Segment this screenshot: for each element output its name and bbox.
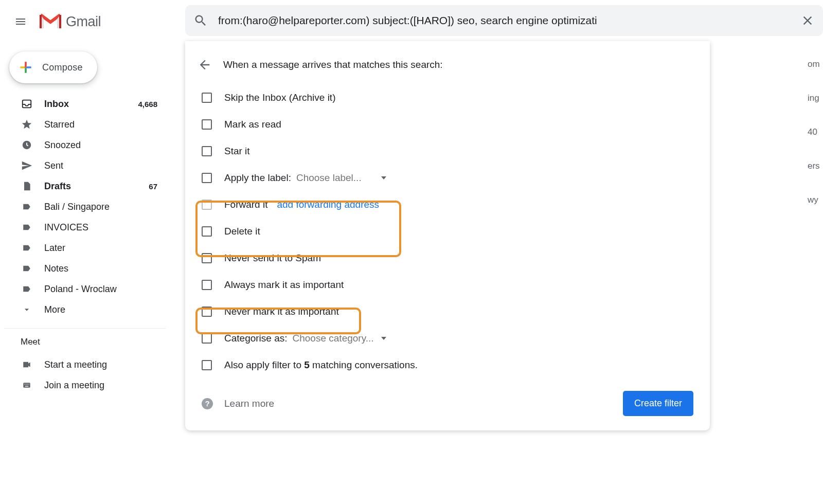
checkbox[interactable]	[202, 307, 212, 317]
svg-rect-3	[24, 384, 25, 384]
caret-down-icon	[381, 176, 386, 179]
meet-start-label: Start a meeting	[44, 359, 157, 370]
filter-option-never-important[interactable]: Never mark it as important	[198, 298, 697, 325]
sidebar-item-sent[interactable]: Sent	[4, 155, 166, 176]
dropdown-placeholder: Choose label...	[296, 172, 362, 184]
checkbox[interactable]	[202, 280, 212, 290]
hamburger-menu[interactable]	[8, 9, 33, 34]
compose-label: Compose	[42, 62, 83, 73]
sidebar-item-starred[interactable]: Starred	[4, 114, 166, 135]
sidebar-label: Snoozed	[44, 140, 157, 151]
svg-rect-6	[28, 384, 29, 384]
gmail-m-icon	[39, 13, 62, 30]
option-label: Categorise as:	[224, 333, 288, 344]
sidebar-item-label-later[interactable]: Later	[4, 238, 166, 258]
filter-option-apply-label[interactable]: Apply the label: Choose label...	[198, 165, 697, 191]
add-forwarding-link[interactable]: add forwarding address	[277, 199, 379, 210]
send-icon	[21, 159, 33, 172]
filter-option-mark-read[interactable]: Mark as read	[198, 111, 697, 138]
label-dropdown[interactable]: Choose label...	[296, 172, 386, 184]
filter-option-delete[interactable]: Delete it	[198, 218, 697, 245]
background-mail-list: om ing 40 ers wy	[808, 47, 823, 217]
star-icon	[21, 118, 33, 131]
search-input[interactable]	[218, 14, 795, 27]
sidebar-item-label-bali[interactable]: Bali / Singapore	[4, 196, 166, 217]
option-label: Also apply filter to 5 matching conversa…	[224, 359, 418, 371]
create-filter-button[interactable]: Create filter	[623, 391, 693, 416]
clear-search-icon[interactable]	[800, 13, 815, 28]
filter-option-categorise[interactable]: Categorise as: Choose category...	[198, 325, 697, 352]
category-dropdown[interactable]: Choose category...	[293, 333, 386, 344]
label-icon	[21, 283, 33, 295]
option-label: Skip the Inbox (Archive it)	[224, 92, 335, 103]
sidebar-label: Sent	[44, 160, 157, 171]
sidebar-item-more[interactable]: More	[4, 299, 166, 320]
sidebar-item-label-invoices[interactable]: INVOICES	[4, 217, 166, 238]
meet-join-label: Join a meeting	[44, 380, 157, 391]
checkbox[interactable]	[202, 360, 212, 370]
filter-option-always-important[interactable]: Always mark it as important	[198, 272, 697, 298]
filter-option-never-spam[interactable]: Never send it to Spam	[198, 245, 697, 272]
meet-heading: Meet	[4, 337, 166, 354]
checkbox[interactable]	[202, 226, 212, 237]
sidebar-label: Later	[44, 243, 157, 254]
label-icon	[21, 221, 33, 233]
drafts-count: 67	[149, 182, 157, 191]
learn-more-link[interactable]: Learn more	[224, 398, 274, 409]
chevron-down-icon	[21, 303, 33, 316]
option-label: Delete it	[224, 226, 260, 237]
sidebar-item-drafts[interactable]: Drafts 67	[4, 176, 166, 196]
svg-rect-4	[26, 384, 26, 384]
sidebar-label: INVOICES	[44, 222, 157, 233]
compose-button[interactable]: Compose	[9, 51, 97, 83]
option-label: Mark as read	[224, 119, 281, 130]
help-icon[interactable]: ?	[202, 398, 213, 409]
sidebar-label: Inbox	[44, 99, 138, 110]
clock-icon	[21, 139, 33, 151]
back-arrow-icon[interactable]	[198, 58, 212, 72]
sidebar-item-snoozed[interactable]: Snoozed	[4, 135, 166, 155]
dropdown-placeholder: Choose category...	[293, 333, 374, 344]
label-icon	[21, 201, 33, 213]
plus-icon	[17, 59, 34, 76]
option-label: Apply the label:	[224, 172, 291, 184]
checkbox[interactable]	[202, 146, 212, 156]
sidebar-item-label-poland[interactable]: Poland - Wroclaw	[4, 279, 166, 299]
option-label: Forward it	[224, 199, 267, 210]
app-name: Gmail	[66, 14, 101, 30]
option-label: Star it	[224, 146, 250, 157]
search-icon[interactable]	[193, 13, 208, 28]
sidebar-label: Starred	[44, 119, 157, 130]
checkbox[interactable]	[202, 253, 212, 263]
checkbox[interactable]	[202, 333, 212, 344]
svg-rect-2	[23, 383, 30, 387]
sidebar-label: More	[44, 304, 157, 315]
start-meeting-button[interactable]: Start a meeting	[4, 354, 166, 375]
divider	[4, 328, 166, 329]
filter-option-also-apply[interactable]: Also apply filter to 5 matching conversa…	[198, 352, 697, 379]
svg-rect-7	[25, 386, 29, 386]
inbox-count: 4,668	[138, 100, 157, 109]
option-label: Never mark it as important	[224, 306, 339, 317]
file-icon	[21, 180, 33, 192]
option-label: Always mark it as important	[224, 279, 344, 291]
gmail-logo[interactable]: Gmail	[39, 13, 101, 30]
join-meeting-button[interactable]: Join a meeting	[4, 375, 166, 395]
filter-option-forward[interactable]: Forward it add forwarding address	[198, 191, 697, 218]
sidebar-item-inbox[interactable]: Inbox 4,668	[4, 94, 166, 114]
checkbox[interactable]	[202, 173, 212, 183]
checkbox[interactable]	[202, 200, 212, 210]
filter-option-star[interactable]: Star it	[198, 138, 697, 165]
sidebar-label: Bali / Singapore	[44, 202, 157, 212]
search-bar	[185, 5, 823, 36]
panel-heading: When a message arrives that matches this…	[223, 59, 443, 70]
svg-rect-5	[27, 384, 28, 384]
checkbox[interactable]	[202, 93, 212, 103]
option-label: Never send it to Spam	[224, 253, 321, 264]
filter-panel: When a message arrives that matches this…	[185, 41, 710, 430]
video-icon	[21, 358, 33, 371]
checkbox[interactable]	[202, 119, 212, 130]
filter-option-skip-inbox[interactable]: Skip the Inbox (Archive it)	[198, 84, 697, 111]
label-icon	[21, 242, 33, 254]
sidebar-item-label-notes[interactable]: Notes	[4, 258, 166, 279]
